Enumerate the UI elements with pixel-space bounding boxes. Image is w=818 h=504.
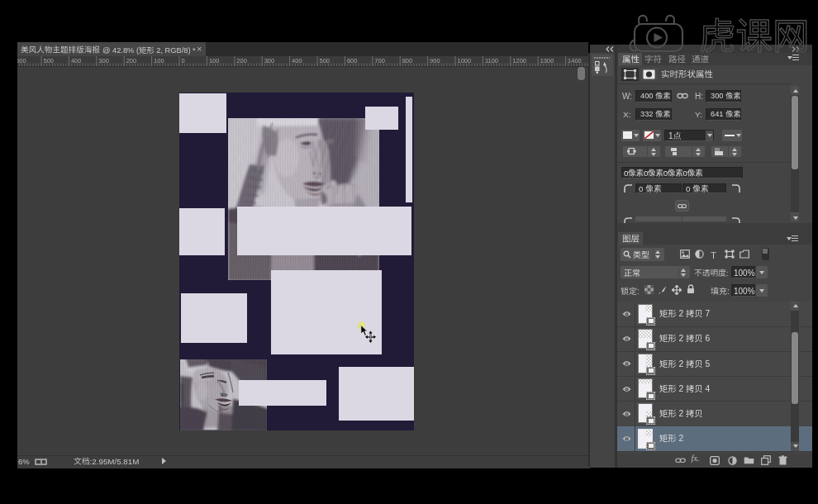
svg-text:900: 900	[430, 57, 440, 64]
svg-text:400: 400	[71, 57, 82, 64]
svg-text:0: 0	[686, 183, 692, 193]
svg-text:600: 600	[17, 57, 26, 64]
svg-text:5: 5	[703, 359, 711, 368]
svg-text:800: 800	[402, 57, 413, 64]
svg-text:0: 0	[639, 183, 645, 193]
svg-text:300: 300	[98, 57, 109, 64]
svg-text:300: 300	[711, 92, 725, 100]
svg-text:Y:: Y:	[695, 110, 702, 119]
svg-text:100%: 100%	[734, 268, 755, 277]
svg-text:4: 4	[703, 384, 711, 393]
svg-text:X:: X:	[623, 110, 630, 119]
svg-text:2, RGB/8) *: 2, RGB/8) *	[155, 46, 196, 55]
svg-text:7: 7	[703, 309, 711, 318]
svg-text::: :	[636, 286, 639, 295]
svg-text:200: 200	[236, 57, 247, 64]
svg-text::: :	[727, 286, 730, 295]
svg-text:1300: 1300	[540, 57, 554, 64]
svg-text:W:: W:	[622, 92, 632, 101]
svg-text:100: 100	[154, 57, 164, 64]
svg-text:0: 0	[682, 168, 687, 177]
svg-text:1000: 1000	[458, 57, 472, 64]
svg-text:@ 42.8% (: @ 42.8% (	[102, 46, 140, 55]
svg-text:500: 500	[44, 57, 55, 64]
svg-text:H:: H:	[695, 92, 703, 101]
svg-text:0: 0	[663, 168, 668, 177]
svg-text:641: 641	[711, 110, 725, 118]
svg-text:100%: 100%	[734, 286, 755, 295]
svg-text::: :	[726, 268, 729, 277]
svg-text:0: 0	[624, 168, 629, 177]
svg-text:T: T	[711, 250, 716, 260]
svg-text:2: 2	[677, 409, 686, 418]
svg-text:500: 500	[320, 57, 331, 64]
svg-text:600: 600	[347, 57, 358, 64]
svg-text:2: 2	[677, 434, 684, 443]
svg-text:2: 2	[677, 335, 686, 344]
svg-text:0: 0	[643, 168, 648, 177]
svg-text:6%: 6%	[18, 457, 30, 466]
svg-text:400: 400	[292, 57, 302, 64]
svg-text:1100: 1100	[485, 57, 498, 64]
svg-text:100: 100	[209, 57, 220, 64]
svg-text::2.95M/5.81M: :2.95M/5.81M	[90, 457, 140, 466]
svg-text:1200: 1200	[512, 57, 526, 64]
svg-text:2: 2	[677, 384, 686, 393]
svg-text:332: 332	[640, 110, 655, 118]
svg-text:1400: 1400	[568, 57, 582, 64]
svg-text:200: 200	[126, 57, 137, 64]
svg-text:0: 0	[182, 57, 185, 64]
svg-text:2: 2	[677, 309, 686, 318]
svg-text:6: 6	[703, 335, 711, 344]
svg-text:400: 400	[640, 92, 655, 100]
svg-text:2: 2	[677, 359, 686, 368]
svg-text:1: 1	[668, 131, 673, 140]
svg-text:700: 700	[374, 57, 385, 64]
svg-text:300: 300	[264, 57, 275, 64]
